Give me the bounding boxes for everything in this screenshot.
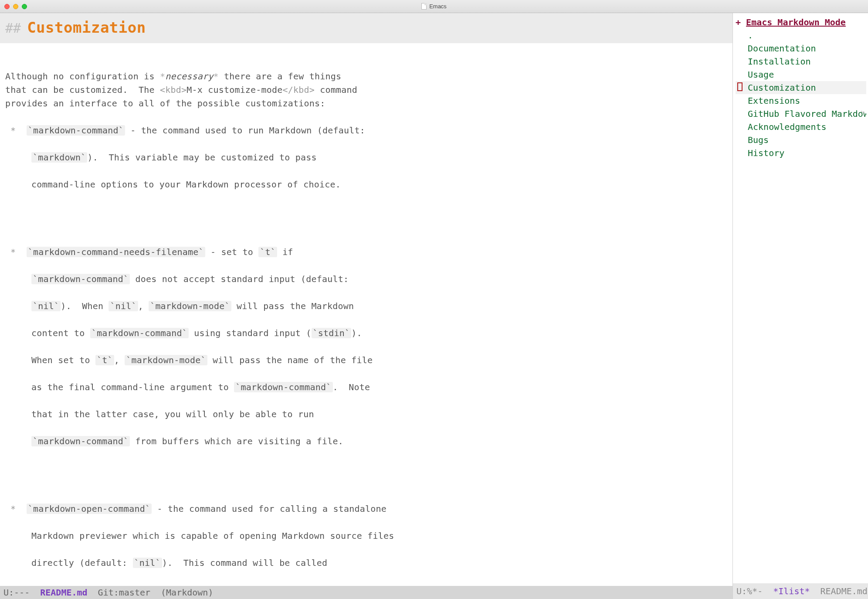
bullet-icon: * [10, 247, 16, 257]
html-tag: </kbd> [283, 85, 315, 95]
ilist-item[interactable]: Bugs [736, 133, 866, 146]
text: if [277, 247, 293, 257]
heading-bar: ## Customization [0, 13, 732, 43]
modeline-status: U:--- [3, 586, 30, 599]
code-span: `nil` [31, 301, 61, 311]
ilist-root-label[interactable]: Emacs Markdown Mode [746, 17, 846, 27]
ilist-item[interactable]: Documentation [736, 42, 866, 55]
zoom-icon[interactable] [22, 4, 27, 9]
text: ). When [61, 301, 108, 311]
list-item-cont: `nil`). When `nil`, `markdown-mode` will… [5, 300, 727, 313]
text: directly (default: [31, 558, 133, 568]
kbd-text: M-x customize-mode [186, 85, 282, 95]
text: command [315, 85, 357, 95]
ilist-item[interactable]: Extensions [736, 94, 866, 107]
text: that can be customized. The [5, 85, 160, 95]
code-span: `markdown-command` [31, 436, 130, 446]
text: using standard input ( [189, 328, 312, 338]
text: ). This command will be called [162, 558, 327, 568]
modeline-file: README.md [821, 585, 868, 598]
text: - the command used to run Markdown (defa… [125, 125, 365, 136]
bullet-icon: * [10, 125, 16, 136]
modeline-git: Git:master [98, 586, 150, 599]
code-span: `markdown-command` [234, 382, 332, 392]
ilist-item[interactable]: . [736, 29, 866, 42]
window-controls [4, 4, 27, 9]
list-item-cont: command-line options to your Markdown pr… [5, 178, 727, 191]
modeline-status: U:%*- [736, 585, 763, 598]
main-pane: ## Customization Although no configurati… [0, 13, 733, 599]
ilist-item[interactable]: Acknowledgments [736, 120, 866, 133]
text: there are a few things [219, 71, 342, 82]
text: When set to [31, 355, 95, 365]
markup-asterisk: * [160, 71, 165, 82]
ilist-item[interactable]: GitHub Flavored Markdown↪ [736, 107, 866, 120]
list-item-cont: When set to `t`, `markdown-mode` will pa… [5, 354, 727, 367]
emphasis-text: necessary [165, 71, 213, 82]
text: will pass the name of the file [207, 355, 373, 365]
list-item-cont: content to `markdown-command` using stan… [5, 327, 727, 340]
modeline-main[interactable]: U:--- README.md Git:master (Markdown) [0, 586, 732, 599]
ilist-root[interactable]: + Emacs Markdown Mode [736, 16, 866, 29]
minimize-icon[interactable] [13, 4, 18, 9]
text: . Note [333, 382, 370, 392]
close-icon[interactable] [4, 4, 10, 9]
list-item: * `markdown-command` - the command used … [5, 124, 727, 137]
list-item-cont: as the final command-line argument to `m… [5, 381, 727, 394]
modeline-side[interactable]: U:%*- *Ilist* README.md [733, 583, 868, 599]
code-span: `nil` [133, 558, 162, 568]
code-span: `nil` [108, 301, 138, 311]
heading-text: Customization [27, 17, 146, 39]
editor-buffer[interactable]: Although no configuration is *necessary*… [0, 43, 732, 586]
text: from buffers which are visiting a file. [130, 436, 343, 446]
text: as the final command-line argument to [31, 382, 234, 392]
code-span: `markdown-command` [31, 274, 130, 284]
list-item: * `markdown-open-command` - the command … [5, 502, 727, 516]
code-span: `markdown-command` [27, 125, 125, 136]
list-item: * `markdown-command-needs-filename` - se… [5, 245, 727, 259]
ilist-item[interactable]: Installation [736, 55, 866, 68]
text: that in the latter case, you will only b… [31, 409, 314, 419]
text: does not accept standard input (default: [130, 274, 349, 284]
modeline-buffer-name: *Ilist* [773, 585, 810, 598]
code-span: `markdown-mode` [125, 355, 207, 365]
ilist-item[interactable]: History [736, 146, 866, 160]
list-item-cont: `markdown-command` from buffers which ar… [5, 435, 727, 448]
code-span: `stdin` [312, 328, 352, 338]
list-item-cont: `markdown-command` does not accept stand… [5, 272, 727, 286]
markup-asterisk: * [213, 71, 218, 82]
modeline-major-mode: (Markdown) [161, 586, 213, 599]
window-title-text: Emacs [429, 2, 447, 11]
list-item-cont: Markdown previewer which is capable of o… [5, 529, 727, 543]
imenu-list[interactable]: + Emacs Markdown Mode .DocumentationInst… [733, 13, 868, 583]
text: content to [31, 328, 90, 338]
ilist-item[interactable]: Customization [736, 81, 866, 94]
text: ). This variable may be customized to pa… [87, 152, 316, 163]
list-item-cont: that in the latter case, you will only b… [5, 408, 727, 421]
html-tag: <kbd> [160, 85, 186, 95]
expand-icon[interactable]: + [736, 17, 741, 27]
text: will pass the Markdown [231, 301, 354, 311]
code-span: `markdown-command-needs-filename` [27, 247, 205, 257]
code-span: `markdown-open-command` [27, 504, 152, 514]
text: provides an interface to all of the poss… [5, 98, 325, 109]
text: command-line options to your Markdown pr… [31, 179, 341, 190]
titlebar: Emacs [0, 0, 868, 13]
text: Markdown previewer which is capable of o… [31, 531, 394, 541]
cursor-icon [737, 82, 743, 91]
list-item-cont: `markdown`). This variable may be custom… [5, 151, 727, 164]
text: , [138, 301, 149, 311]
window-title: Emacs [0, 2, 868, 11]
code-span: `markdown-mode` [149, 301, 231, 311]
text: ). [351, 328, 362, 338]
code-span: `t` [258, 247, 277, 257]
bullet-icon: * [10, 504, 16, 514]
code-span: `t` [95, 355, 114, 365]
ilist-item[interactable]: Usage [736, 68, 866, 81]
text: - the command used for calling a standal… [152, 504, 387, 514]
text: , [114, 355, 125, 365]
code-span: `markdown-command` [90, 328, 189, 338]
modeline-buffer-name: README.md [40, 586, 87, 599]
text: Although no configuration is [5, 71, 160, 82]
code-span: `markdown` [31, 152, 87, 163]
